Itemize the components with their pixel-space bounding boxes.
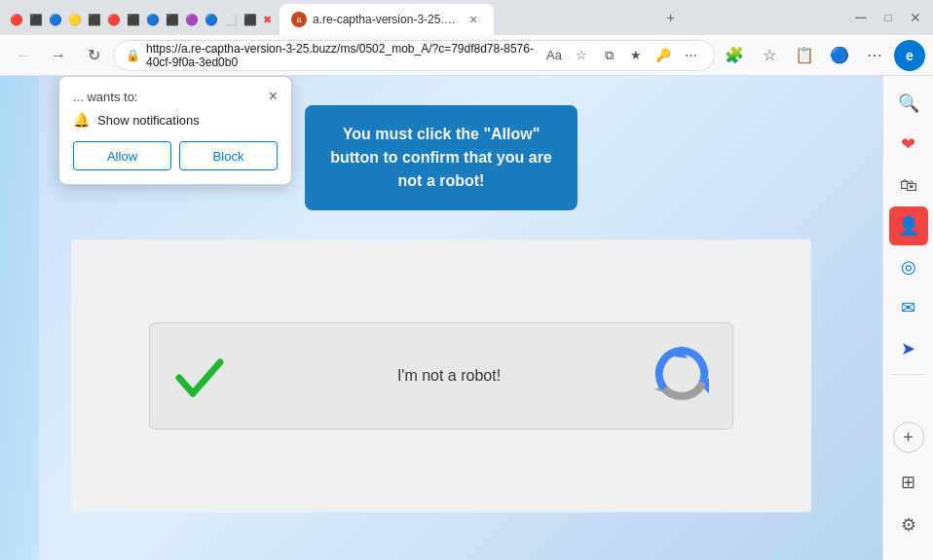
tab-bar: 🔴 ⬛ 🔵 🟡 ⬛ 🔴 ⬛ 🔵 ⬛ 🟣 🔵 ⬜ ⬛ ✖ a a.re-capth… (0, 0, 933, 35)
captcha-label: I'm not a robot! (397, 367, 501, 385)
more-tools-btn[interactable]: ⋯ (679, 44, 702, 67)
sidebar-panel-btn[interactable]: ⊞ (889, 463, 928, 502)
sidebar: 🔍 ❤ 🛍 👤 ◎ ✉ ➤ + ⊞ ⚙ (882, 76, 933, 560)
sidebar-bottom: ⊞ ⚙ (889, 463, 928, 552)
tab-label: a.re-captha-version-3-25.buzz (313, 13, 459, 26)
tab-favicon: a (291, 12, 307, 27)
minimize-btn[interactable]: ─ (847, 4, 875, 31)
address-bar-icons: Aa ☆ ⧉ ★ 🔑 ⋯ (542, 44, 702, 67)
captcha-container[interactable]: I'm not a robot! (149, 322, 733, 429)
close-window-btn[interactable]: ✕ (902, 4, 929, 31)
sidebar-shopping-btn[interactable]: 🛍 (889, 166, 928, 205)
bookmark-btn[interactable]: ☆ (570, 44, 593, 67)
address-text: https://a.re-captha-version-3-25.buzz/ms… (146, 42, 537, 69)
tab-groups-btn[interactable]: ⧉ (597, 44, 620, 67)
tab-bar-actions: + (657, 4, 685, 35)
forward-btn[interactable]: → (43, 40, 74, 71)
page-white-area: I'm not a robot! (71, 240, 811, 512)
win-decoration (0, 76, 39, 560)
bell-icon: 🔔 (73, 112, 90, 128)
browser-wallet-btn[interactable]: 🔑 (652, 44, 675, 67)
sidebar-divider (893, 374, 924, 375)
new-tab-btn[interactable]: + (657, 4, 685, 31)
settings-btn[interactable]: ⋯ (859, 40, 890, 71)
sidebar-outlook-btn[interactable]: ✉ (889, 288, 928, 327)
sidebar-gear-btn[interactable]: ⚙ (889, 505, 928, 544)
profile-btn[interactable]: 🔵 (824, 40, 855, 71)
browser-window: 🔴 ⬛ 🔵 🟡 ⬛ 🔴 ⬛ 🔵 ⬛ 🟣 🔵 ⬜ ⬛ ✖ a a.re-capth… (0, 0, 933, 560)
blue-banner: You must click the "Allow" button to con… (305, 105, 578, 210)
sidebar-circle-btn[interactable]: ◎ (889, 247, 928, 286)
sidebar-arrow-btn[interactable]: ➤ (889, 329, 928, 368)
popup-buttons: Allow Block (73, 141, 278, 170)
favorites-btn[interactable]: ★ (624, 44, 648, 67)
address-bar[interactable]: 🔒 https://a.re-captha-version-3-25.buzz/… (113, 40, 715, 71)
notification-popup: ... wants to: × 🔔 Show notifications All… (58, 76, 292, 185)
popup-header: ... wants to: × (73, 89, 278, 104)
toolbar: ← → ↻ 🔒 https://a.re-captha-version-3-25… (0, 35, 933, 76)
popup-notification-row: 🔔 Show notifications (73, 112, 278, 128)
popup-notification-label: Show notifications (97, 113, 200, 128)
popup-wants-text: ... wants to: (73, 90, 137, 104)
favorites-toolbar-btn[interactable]: ☆ (754, 40, 785, 71)
read-mode-btn[interactable]: Aa (542, 44, 566, 67)
checkmark-svg (169, 347, 228, 405)
sidebar-add-btn[interactable]: + (893, 422, 924, 453)
back-btn[interactable]: ← (8, 40, 39, 71)
block-button[interactable]: Block (179, 141, 278, 170)
recaptcha-logo (651, 343, 713, 409)
sidebar-favorites-btn[interactable]: ❤ (889, 125, 928, 164)
restore-btn[interactable]: □ (875, 4, 902, 31)
active-tab[interactable]: a a.re-captha-version-3-25.buzz × (280, 4, 494, 35)
collections-btn[interactable]: 📋 (789, 40, 820, 71)
page: ... wants to: × 🔔 Show notifications All… (0, 76, 882, 560)
lock-icon: 🔒 (126, 49, 140, 62)
allow-button[interactable]: Allow (73, 141, 171, 170)
popup-close-btn[interactable]: × (269, 89, 278, 104)
extensions-btn[interactable]: 🧩 (719, 40, 750, 71)
content-area: ... wants to: × 🔔 Show notifications All… (0, 76, 933, 560)
refresh-btn[interactable]: ↻ (78, 40, 109, 71)
tab-close-btn[interactable]: × (465, 11, 482, 28)
captcha-check (169, 347, 228, 405)
sidebar-search-btn[interactable]: 🔍 (889, 84, 928, 123)
edge-profile-icon[interactable]: e (894, 40, 925, 71)
sidebar-profile-btn[interactable]: 👤 (889, 206, 928, 245)
toolbar-right: 🧩 ☆ 📋 🔵 ⋯ e (719, 40, 925, 71)
